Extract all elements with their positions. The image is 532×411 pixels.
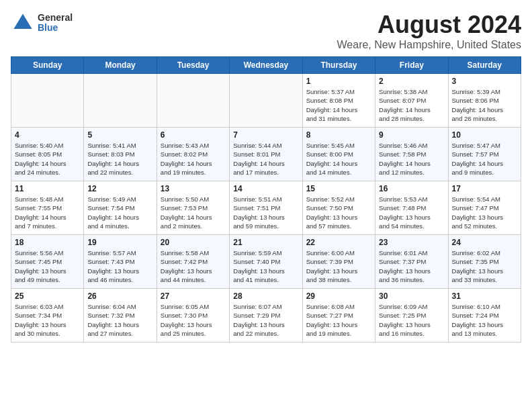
day-info: Sunrise: 5:37 AMSunset: 8:08 PMDaylight:…: [306, 87, 371, 123]
calendar-cell: 31Sunrise: 6:10 AMSunset: 7:24 PMDayligh…: [448, 289, 521, 342]
calendar-cell: [157, 74, 229, 128]
page-header: General Blue August 2024 Weare, New Hamp…: [11, 11, 521, 51]
day-number: 16: [379, 184, 444, 193]
calendar-cell: 25Sunrise: 6:03 AMSunset: 7:34 PMDayligh…: [11, 289, 84, 342]
day-number: 20: [161, 238, 226, 247]
day-info: Sunrise: 5:56 AMSunset: 7:45 PMDaylight:…: [15, 248, 80, 284]
day-number: 14: [233, 184, 298, 193]
day-number: 11: [15, 184, 80, 193]
calendar-table: SundayMondayTuesdayWednesdayThursdayFrid…: [11, 56, 521, 342]
day-info: Sunrise: 5:59 AMSunset: 7:40 PMDaylight:…: [233, 248, 298, 284]
calendar-cell: 27Sunrise: 6:05 AMSunset: 7:30 PMDayligh…: [157, 289, 229, 342]
day-number: 4: [15, 130, 80, 140]
day-info: Sunrise: 5:52 AMSunset: 7:50 PMDaylight:…: [306, 195, 371, 230]
calendar-cell: 5Sunrise: 5:41 AMSunset: 8:03 PMDaylight…: [84, 128, 157, 181]
day-info: Sunrise: 6:05 AMSunset: 7:30 PMDaylight:…: [161, 302, 226, 338]
day-number: 5: [87, 130, 152, 140]
day-info: Sunrise: 5:40 AMSunset: 8:05 PMDaylight:…: [15, 141, 80, 177]
calendar-week-row: 4Sunrise: 5:40 AMSunset: 8:05 PMDaylight…: [11, 128, 521, 181]
day-info: Sunrise: 5:50 AMSunset: 7:53 PMDaylight:…: [161, 195, 226, 230]
calendar-cell: 16Sunrise: 5:53 AMSunset: 7:48 PMDayligh…: [375, 181, 448, 235]
day-number: 6: [161, 130, 226, 140]
calendar-cell: 12Sunrise: 5:49 AMSunset: 7:54 PMDayligh…: [84, 181, 157, 235]
day-info: Sunrise: 5:44 AMSunset: 8:01 PMDaylight:…: [233, 141, 298, 177]
day-info: Sunrise: 5:57 AMSunset: 7:43 PMDaylight:…: [87, 248, 152, 284]
calendar-cell: 21Sunrise: 5:59 AMSunset: 7:40 PMDayligh…: [230, 235, 302, 289]
calendar-cell: 11Sunrise: 5:48 AMSunset: 7:55 PMDayligh…: [11, 181, 84, 235]
calendar-cell: 20Sunrise: 5:58 AMSunset: 7:42 PMDayligh…: [157, 235, 229, 289]
calendar-cell: 30Sunrise: 6:09 AMSunset: 7:25 PMDayligh…: [375, 289, 448, 342]
day-info: Sunrise: 5:38 AMSunset: 8:07 PMDaylight:…: [379, 87, 444, 123]
day-info: Sunrise: 6:08 AMSunset: 7:27 PMDaylight:…: [306, 302, 371, 338]
day-number: 21: [233, 238, 298, 247]
calendar-cell: [11, 74, 84, 128]
title-block: August 2024 Weare, New Hampshire, United…: [337, 11, 521, 51]
day-info: Sunrise: 6:03 AMSunset: 7:34 PMDaylight:…: [15, 302, 80, 338]
day-info: Sunrise: 5:58 AMSunset: 7:42 PMDaylight:…: [161, 248, 226, 284]
day-number: 7: [233, 130, 298, 140]
calendar-cell: 13Sunrise: 5:50 AMSunset: 7:53 PMDayligh…: [157, 181, 229, 235]
day-info: Sunrise: 6:09 AMSunset: 7:25 PMDaylight:…: [379, 302, 444, 338]
day-info: Sunrise: 5:53 AMSunset: 7:48 PMDaylight:…: [379, 195, 444, 230]
calendar-cell: 6Sunrise: 5:43 AMSunset: 8:02 PMDaylight…: [157, 128, 229, 181]
day-number: 25: [15, 291, 80, 301]
logo-text: General Blue: [38, 13, 73, 34]
weekday-header: Friday: [375, 57, 448, 74]
day-number: 2: [379, 77, 444, 86]
calendar-week-row: 11Sunrise: 5:48 AMSunset: 7:55 PMDayligh…: [11, 181, 521, 235]
calendar-cell: 23Sunrise: 6:01 AMSunset: 7:37 PMDayligh…: [375, 235, 448, 289]
day-info: Sunrise: 6:02 AMSunset: 7:35 PMDaylight:…: [452, 248, 517, 284]
calendar-cell: 17Sunrise: 5:54 AMSunset: 7:47 PMDayligh…: [448, 181, 521, 235]
day-number: 24: [452, 238, 517, 247]
calendar-cell: 22Sunrise: 6:00 AMSunset: 7:39 PMDayligh…: [302, 235, 375, 289]
day-info: Sunrise: 5:39 AMSunset: 8:06 PMDaylight:…: [452, 87, 517, 123]
calendar-cell: 10Sunrise: 5:47 AMSunset: 7:57 PMDayligh…: [448, 128, 521, 181]
day-info: Sunrise: 5:49 AMSunset: 7:54 PMDaylight:…: [87, 195, 152, 230]
calendar-week-row: 1Sunrise: 5:37 AMSunset: 8:08 PMDaylight…: [11, 74, 521, 128]
calendar-cell: 7Sunrise: 5:44 AMSunset: 8:01 PMDaylight…: [230, 128, 302, 181]
day-number: 31: [452, 291, 517, 301]
day-number: 10: [452, 130, 517, 140]
day-number: 15: [306, 184, 371, 193]
day-number: 26: [87, 291, 152, 301]
day-number: 27: [161, 291, 226, 301]
calendar-cell: 15Sunrise: 5:52 AMSunset: 7:50 PMDayligh…: [302, 181, 375, 235]
calendar-cell: 19Sunrise: 5:57 AMSunset: 7:43 PMDayligh…: [84, 235, 157, 289]
calendar-cell: [84, 74, 157, 128]
day-info: Sunrise: 5:41 AMSunset: 8:03 PMDaylight:…: [87, 141, 152, 177]
svg-marker-0: [14, 14, 32, 30]
day-info: Sunrise: 5:45 AMSunset: 8:00 PMDaylight:…: [306, 141, 371, 177]
calendar-cell: 14Sunrise: 5:51 AMSunset: 7:51 PMDayligh…: [230, 181, 302, 235]
page-title: August 2024: [337, 11, 521, 39]
weekday-header: Monday: [84, 57, 157, 74]
calendar-week-row: 18Sunrise: 5:56 AMSunset: 7:45 PMDayligh…: [11, 235, 521, 289]
day-info: Sunrise: 5:54 AMSunset: 7:47 PMDaylight:…: [452, 195, 517, 230]
logo-general-text: General: [38, 13, 73, 23]
calendar-cell: 29Sunrise: 6:08 AMSunset: 7:27 PMDayligh…: [302, 289, 375, 342]
calendar-cell: 8Sunrise: 5:45 AMSunset: 8:00 PMDaylight…: [302, 128, 375, 181]
calendar-cell: [230, 74, 302, 128]
calendar-body: 1Sunrise: 5:37 AMSunset: 8:08 PMDaylight…: [11, 74, 521, 342]
day-number: 9: [379, 130, 444, 140]
calendar-header-row: SundayMondayTuesdayWednesdayThursdayFrid…: [11, 57, 521, 74]
calendar-week-row: 25Sunrise: 6:03 AMSunset: 7:34 PMDayligh…: [11, 289, 521, 342]
day-info: Sunrise: 5:46 AMSunset: 7:58 PMDaylight:…: [379, 141, 444, 177]
calendar-cell: 4Sunrise: 5:40 AMSunset: 8:05 PMDaylight…: [11, 128, 84, 181]
day-info: Sunrise: 6:04 AMSunset: 7:32 PMDaylight:…: [87, 302, 152, 338]
day-number: 17: [452, 184, 517, 193]
logo-blue-text: Blue: [38, 23, 73, 33]
calendar-cell: 3Sunrise: 5:39 AMSunset: 8:06 PMDaylight…: [448, 74, 521, 128]
logo-icon: [11, 11, 35, 35]
day-info: Sunrise: 5:43 AMSunset: 8:02 PMDaylight:…: [161, 141, 226, 177]
day-number: 19: [87, 238, 152, 247]
day-number: 30: [379, 291, 444, 301]
day-number: 29: [306, 291, 371, 301]
day-number: 3: [452, 77, 517, 86]
day-number: 12: [87, 184, 152, 193]
page-subtitle: Weare, New Hampshire, United States: [337, 39, 521, 51]
day-info: Sunrise: 6:10 AMSunset: 7:24 PMDaylight:…: [452, 302, 517, 338]
calendar-cell: 28Sunrise: 6:07 AMSunset: 7:29 PMDayligh…: [230, 289, 302, 342]
day-info: Sunrise: 6:00 AMSunset: 7:39 PMDaylight:…: [306, 248, 371, 284]
day-info: Sunrise: 5:51 AMSunset: 7:51 PMDaylight:…: [233, 195, 298, 230]
calendar-cell: 18Sunrise: 5:56 AMSunset: 7:45 PMDayligh…: [11, 235, 84, 289]
